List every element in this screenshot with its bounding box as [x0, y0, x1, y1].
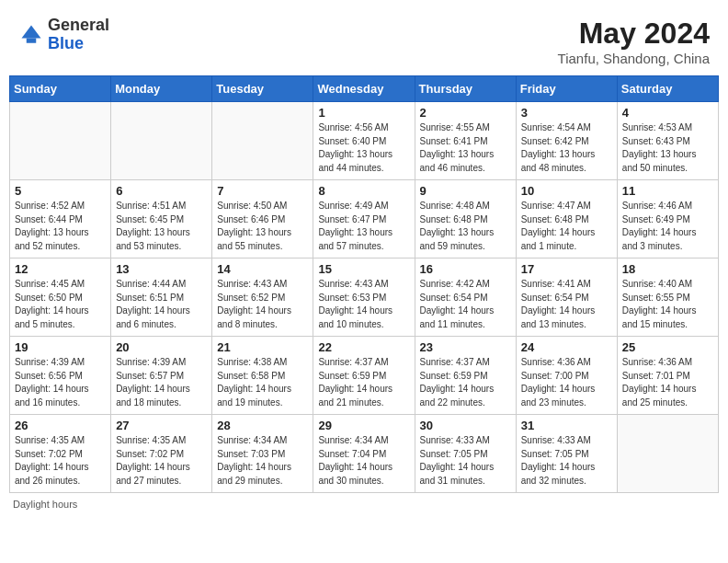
day-number: 14: [217, 262, 308, 276]
day-number: 11: [622, 184, 713, 198]
logo-blue-text: Blue: [48, 34, 84, 52]
calendar-cell: [10, 102, 111, 180]
calendar-cell: [111, 102, 212, 180]
day-number: 21: [217, 340, 308, 354]
day-info: Sunrise: 4:33 AM Sunset: 7:05 PM Dayligh…: [521, 434, 612, 488]
day-info: Sunrise: 4:38 AM Sunset: 6:58 PM Dayligh…: [217, 356, 308, 409]
day-number: 12: [15, 262, 106, 276]
day-info: Sunrise: 4:36 AM Sunset: 7:00 PM Dayligh…: [521, 356, 612, 409]
day-number: 31: [521, 419, 612, 432]
calendar-header-saturday: Saturday: [617, 76, 718, 102]
day-number: 13: [116, 262, 207, 276]
calendar-cell: 21Sunrise: 4:38 AM Sunset: 6:58 PM Dayli…: [212, 337, 313, 415]
day-number: 17: [521, 262, 612, 276]
week-row-4: 19Sunrise: 4:39 AM Sunset: 6:56 PM Dayli…: [10, 337, 719, 415]
day-info: Sunrise: 4:52 AM Sunset: 6:44 PM Dayligh…: [15, 200, 106, 253]
calendar-cell: 23Sunrise: 4:37 AM Sunset: 6:59 PM Dayli…: [415, 337, 516, 415]
day-number: 30: [420, 419, 511, 432]
day-number: 28: [217, 419, 308, 432]
day-info: Sunrise: 4:43 AM Sunset: 6:52 PM Dayligh…: [217, 278, 308, 331]
calendar-table: SundayMondayTuesdayWednesdayThursdayFrid…: [9, 75, 719, 493]
day-number: 3: [521, 106, 612, 120]
footer-note: Daylight hours: [9, 499, 719, 510]
calendar-header-wednesday: Wednesday: [313, 76, 415, 102]
calendar-cell: 12Sunrise: 4:45 AM Sunset: 6:50 PM Dayli…: [10, 259, 111, 337]
day-number: 4: [622, 106, 713, 120]
location-text: Tianfu, Shandong, China: [558, 51, 710, 66]
calendar-cell: 5Sunrise: 4:52 AM Sunset: 6:44 PM Daylig…: [10, 180, 111, 259]
calendar-cell: 3Sunrise: 4:54 AM Sunset: 6:42 PM Daylig…: [516, 102, 617, 180]
day-number: 23: [420, 340, 511, 354]
day-number: 8: [318, 184, 409, 198]
calendar-cell: 14Sunrise: 4:43 AM Sunset: 6:52 PM Dayli…: [212, 259, 313, 337]
day-number: 9: [420, 184, 511, 198]
calendar-cell: 9Sunrise: 4:48 AM Sunset: 6:48 PM Daylig…: [415, 180, 516, 259]
day-number: 1: [318, 106, 409, 120]
calendar-cell: 19Sunrise: 4:39 AM Sunset: 6:56 PM Dayli…: [10, 337, 111, 415]
day-number: 24: [521, 340, 612, 354]
calendar-header-friday: Friday: [516, 76, 617, 102]
day-info: Sunrise: 4:55 AM Sunset: 6:41 PM Dayligh…: [420, 121, 511, 175]
calendar-header-tuesday: Tuesday: [212, 76, 313, 102]
logo: General Blue: [18, 17, 109, 53]
calendar-cell: 10Sunrise: 4:47 AM Sunset: 6:48 PM Dayli…: [516, 180, 617, 259]
logo-general-text: General: [48, 16, 109, 34]
calendar-cell: 20Sunrise: 4:39 AM Sunset: 6:57 PM Dayli…: [111, 337, 212, 415]
calendar-cell: 11Sunrise: 4:46 AM Sunset: 6:49 PM Dayli…: [617, 180, 718, 259]
week-row-5: 26Sunrise: 4:35 AM Sunset: 7:02 PM Dayli…: [10, 415, 719, 493]
day-info: Sunrise: 4:40 AM Sunset: 6:55 PM Dayligh…: [622, 278, 713, 331]
page-header: General Blue May 2024 Tianfu, Shandong, …: [9, 9, 719, 70]
day-info: Sunrise: 4:56 AM Sunset: 6:40 PM Dayligh…: [318, 121, 409, 175]
day-number: 2: [420, 106, 511, 120]
calendar-cell: 7Sunrise: 4:50 AM Sunset: 6:46 PM Daylig…: [212, 180, 313, 259]
day-number: 22: [318, 340, 409, 354]
calendar-cell: 22Sunrise: 4:37 AM Sunset: 6:59 PM Dayli…: [313, 337, 415, 415]
calendar-cell: 26Sunrise: 4:35 AM Sunset: 7:02 PM Dayli…: [10, 415, 111, 493]
day-info: Sunrise: 4:53 AM Sunset: 6:43 PM Dayligh…: [622, 121, 713, 175]
day-number: 29: [318, 419, 409, 432]
day-info: Sunrise: 4:36 AM Sunset: 7:01 PM Dayligh…: [622, 356, 713, 409]
day-info: Sunrise: 4:34 AM Sunset: 7:03 PM Dayligh…: [217, 434, 308, 488]
calendar-cell: 27Sunrise: 4:35 AM Sunset: 7:02 PM Dayli…: [111, 415, 212, 493]
day-info: Sunrise: 4:51 AM Sunset: 6:45 PM Dayligh…: [116, 200, 207, 253]
day-number: 6: [116, 184, 207, 198]
calendar-header-monday: Monday: [111, 76, 212, 102]
day-info: Sunrise: 4:37 AM Sunset: 6:59 PM Dayligh…: [420, 356, 511, 409]
calendar-cell: 18Sunrise: 4:40 AM Sunset: 6:55 PM Dayli…: [617, 259, 718, 337]
title-section: May 2024 Tianfu, Shandong, China: [558, 17, 710, 66]
calendar-header-thursday: Thursday: [415, 76, 516, 102]
day-number: 7: [217, 184, 308, 198]
day-number: 25: [622, 340, 713, 354]
day-info: Sunrise: 4:54 AM Sunset: 6:42 PM Dayligh…: [521, 121, 612, 175]
week-row-1: 1Sunrise: 4:56 AM Sunset: 6:40 PM Daylig…: [10, 102, 719, 180]
calendar-cell: 6Sunrise: 4:51 AM Sunset: 6:45 PM Daylig…: [111, 180, 212, 259]
day-info: Sunrise: 4:41 AM Sunset: 6:54 PM Dayligh…: [521, 278, 612, 331]
day-number: 16: [420, 262, 511, 276]
week-row-2: 5Sunrise: 4:52 AM Sunset: 6:44 PM Daylig…: [10, 180, 719, 259]
calendar-cell: [617, 415, 718, 493]
week-row-3: 12Sunrise: 4:45 AM Sunset: 6:50 PM Dayli…: [10, 259, 719, 337]
calendar-cell: 17Sunrise: 4:41 AM Sunset: 6:54 PM Dayli…: [516, 259, 617, 337]
calendar-cell: 1Sunrise: 4:56 AM Sunset: 6:40 PM Daylig…: [313, 102, 415, 180]
day-info: Sunrise: 4:34 AM Sunset: 7:04 PM Dayligh…: [318, 434, 409, 488]
day-info: Sunrise: 4:47 AM Sunset: 6:48 PM Dayligh…: [521, 200, 612, 253]
calendar-cell: 29Sunrise: 4:34 AM Sunset: 7:04 PM Dayli…: [313, 415, 415, 493]
calendar-cell: 15Sunrise: 4:43 AM Sunset: 6:53 PM Dayli…: [313, 259, 415, 337]
calendar-cell: 13Sunrise: 4:44 AM Sunset: 6:51 PM Dayli…: [111, 259, 212, 337]
day-number: 26: [15, 419, 106, 432]
calendar-cell: 31Sunrise: 4:33 AM Sunset: 7:05 PM Dayli…: [516, 415, 617, 493]
day-number: 18: [622, 262, 713, 276]
day-info: Sunrise: 4:48 AM Sunset: 6:48 PM Dayligh…: [420, 200, 511, 253]
day-info: Sunrise: 4:49 AM Sunset: 6:47 PM Dayligh…: [318, 200, 409, 253]
svg-marker-0: [22, 25, 41, 38]
month-title: May 2024: [558, 17, 710, 51]
calendar-cell: 30Sunrise: 4:33 AM Sunset: 7:05 PM Dayli…: [415, 415, 516, 493]
calendar-header-row: SundayMondayTuesdayWednesdayThursdayFrid…: [10, 76, 719, 102]
day-number: 5: [15, 184, 106, 198]
calendar-cell: [212, 102, 313, 180]
day-number: 15: [318, 262, 409, 276]
calendar-cell: 25Sunrise: 4:36 AM Sunset: 7:01 PM Dayli…: [617, 337, 718, 415]
calendar-cell: 24Sunrise: 4:36 AM Sunset: 7:00 PM Dayli…: [516, 337, 617, 415]
day-info: Sunrise: 4:42 AM Sunset: 6:54 PM Dayligh…: [420, 278, 511, 331]
day-number: 19: [15, 340, 106, 354]
